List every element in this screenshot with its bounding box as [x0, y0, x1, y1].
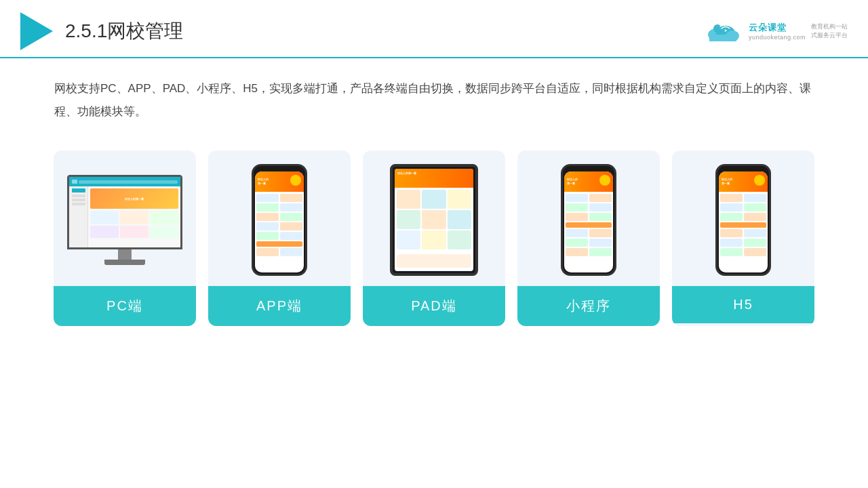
card-app-image: 职达人的第一量 — [208, 150, 351, 286]
card-pad-image: 职达人的第一量 — [363, 150, 505, 286]
brand-cloud-icon — [703, 20, 743, 43]
phone-mockup-app: 职达人的第一量 — [252, 164, 307, 276]
phone-mockup-miniprogram: 职达人的第一量 — [561, 164, 616, 276]
svg-rect-3 — [709, 35, 736, 41]
phone-notch — [271, 166, 288, 171]
header-left: 2.5.1网校管理 — [20, 12, 183, 50]
page-header: 2.5.1网校管理 云朵课堂 yunduoketang.com 教 — [0, 0, 868, 58]
card-app-label: APP端 — [208, 286, 351, 326]
card-h5-label: H5 — [672, 286, 814, 323]
brand-text: 云朵课堂 yunduoketang.com — [749, 22, 806, 41]
tablet-mockup-pad: 职达人的第一量 — [390, 164, 478, 276]
page-title: 2.5.1网校管理 — [65, 18, 183, 44]
card-pc: 职达人的第一量 — [54, 150, 196, 326]
phone-notch-mini — [580, 166, 597, 171]
brand-slogan: 教育机构一站 式服务云平台 — [811, 22, 848, 41]
svg-point-4 — [713, 24, 722, 33]
card-app: 职达人的第一量 — [208, 150, 351, 326]
card-h5: 职达人的第一量 — [672, 150, 814, 326]
card-pad: 职达人的第一量 — [363, 150, 505, 326]
device-cards-container: 职达人的第一量 — [0, 130, 868, 340]
card-h5-image: 职达人的第一量 — [672, 150, 814, 286]
card-miniprogram-label: 小程序 — [517, 286, 660, 326]
card-miniprogram: 职达人的第一量 — [517, 150, 660, 326]
brand-url: yunduoketang.com — [749, 34, 806, 41]
pc-monitor-icon: 职达人的第一量 — [67, 175, 182, 265]
phone-mockup-h5: 职达人的第一量 — [715, 164, 771, 276]
card-pc-label: PC端 — [54, 286, 196, 326]
tablet-screen: 职达人的第一量 — [395, 169, 473, 271]
card-pc-image: 职达人的第一量 — [54, 150, 196, 286]
card-miniprogram-image: 职达人的第一量 — [517, 150, 660, 286]
phone-notch-h5 — [734, 166, 752, 171]
phone-screen-h5: 职达人的第一量 — [719, 171, 768, 272]
logo-triangle-icon — [20, 12, 53, 50]
card-pad-label: PAD端 — [363, 286, 505, 326]
svg-point-5 — [724, 29, 726, 31]
phone-screen-mini: 职达人的第一量 — [564, 171, 613, 272]
description-text: 网校支持PC、APP、PAD、小程序、H5，实现多端打通，产品各终端自由切换，数… — [0, 58, 868, 130]
brand-logo: 云朵课堂 yunduoketang.com 教育机构一站 式服务云平台 — [703, 20, 848, 43]
brand-name: 云朵课堂 — [749, 22, 806, 34]
phone-screen-app: 职达人的第一量 — [255, 171, 304, 272]
